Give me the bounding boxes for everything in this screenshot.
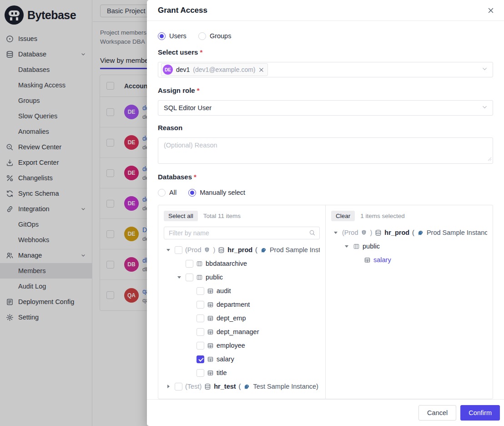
database-transfer-panel: Select all Total 11 items (Prod [158,205,493,399]
required-mark: * [194,173,197,181]
avatar: DE [163,65,173,75]
assign-role-label: Assign role* [158,86,493,96]
app-root: Bytebase Issues Database Databases Maski… [0,0,504,426]
tree-row-hr-test[interactable]: (Test) hr_test ( Test Sample Instance) [164,380,320,393]
reason-label: Reason [158,124,493,134]
table-icon [207,370,214,376]
tree-row-dept-emp[interactable]: dept_emp [164,311,320,325]
reason-field-wrap [158,137,493,166]
tree-row-audit[interactable]: audit [164,284,320,298]
caret-down-icon[interactable] [176,274,183,281]
close-icon[interactable] [486,5,496,15]
tree-row-employee[interactable]: employee [164,339,320,352]
checkbox[interactable] [175,246,182,254]
shield-icon [204,247,210,253]
select-all-button[interactable]: Select all [164,211,198,221]
checkbox-checked[interactable] [197,355,204,363]
table-icon [207,288,214,294]
reason-textarea[interactable] [158,137,493,164]
tree-row-salary[interactable]: salary [164,352,320,366]
confirm-button[interactable]: Confirm [460,405,500,421]
postgres-icon [260,247,267,254]
user-tag-email: (dev1@example.com) [193,66,255,73]
checkbox[interactable] [197,369,204,377]
tree-row-public-selected[interactable]: public [331,239,487,253]
postgres-icon [417,229,424,236]
schema-icon [353,243,360,250]
radio-manually-select[interactable]: Manually select [188,189,245,197]
chevron-down-icon [482,66,488,74]
panel-source-column: Select all Total 11 items (Prod [158,205,326,399]
grant-access-modal: Grant Access Users Groups Select users* [147,0,504,426]
table-icon [207,315,214,322]
checkbox[interactable] [197,328,204,336]
table-icon [207,301,214,308]
tree-row-dept-manager[interactable]: dept_manager [164,325,320,339]
selected-items-count: 1 items selected [360,213,405,219]
total-items-count: Total 11 items [203,213,241,219]
member-type-radios: Users Groups [158,31,493,41]
filter-field [164,227,320,239]
checkbox[interactable] [197,287,204,295]
table-icon [207,356,214,363]
tree-row-hr-prod-selected[interactable]: (Prod ) hr_prod ( Prod Sample Instance) [331,226,487,239]
checkbox[interactable] [175,383,182,390]
tree-row-bbdataarchive[interactable]: bbdataarchive [164,257,320,270]
radio-users[interactable]: Users [158,32,186,40]
checkbox[interactable] [186,274,193,281]
tree-row-title[interactable]: title [164,366,320,380]
caret-down-icon[interactable] [343,243,350,250]
postgres-icon [243,383,250,390]
radio-groups[interactable]: Groups [198,32,232,40]
caret-right-icon[interactable] [165,383,172,390]
tree-row-hr-prod[interactable]: (Prod ) hr_prod ( Prod Sample Instance) [164,243,320,257]
modal-body: Users Groups Select users* DE dev1 (dev1… [147,21,504,399]
database-icon [375,229,382,236]
required-mark: * [200,48,202,56]
assign-role-value: SQL Editor User [161,104,212,112]
tree-row-public[interactable]: public [164,270,320,284]
user-tag: DE dev1 (dev1@example.com) [161,63,268,76]
remove-tag-icon[interactable] [259,67,264,72]
checkbox[interactable] [197,314,204,322]
table-icon [207,342,214,349]
table-icon [364,257,371,264]
radio-off-icon[interactable] [198,32,206,40]
radio-on-icon[interactable] [158,32,166,40]
databases-mode-radios: All Manually select [158,188,493,198]
checkbox[interactable] [197,301,204,309]
selected-tree: (Prod ) hr_prod ( Prod Sample Instance) [331,226,487,393]
table-icon [207,329,214,335]
resize-handle-icon[interactable] [488,155,492,163]
modal-header: Grant Access [147,0,504,21]
user-tag-name: dev1 [176,66,190,73]
chevron-down-icon [482,104,488,112]
tree-row-salary-selected[interactable]: salary [331,253,487,267]
source-tree: (Prod ) hr_prod ( Prod Sample Instance) [164,243,320,393]
assign-role-select[interactable]: SQL Editor User [158,100,493,116]
panel-selected-column: Clear 1 items selected (Prod ) hr_prod ( [326,205,493,399]
database-icon [218,247,225,254]
search-icon [309,229,316,238]
schema-icon [196,274,203,281]
select-users-label: Select users* [158,48,493,58]
modal-title: Grant Access [158,6,207,15]
radio-off-icon[interactable] [158,189,166,197]
clear-button[interactable]: Clear [331,211,355,221]
schema-icon [196,260,203,267]
database-icon [204,383,211,390]
checkbox[interactable] [186,260,193,268]
databases-label: Databases* [158,173,493,183]
shield-icon [361,229,367,236]
tree-row-department[interactable]: department [164,298,320,311]
required-mark: * [197,86,200,94]
radio-all[interactable]: All [158,189,176,197]
select-users-input[interactable]: DE dev1 (dev1@example.com) [158,62,493,77]
radio-on-icon[interactable] [188,189,196,197]
cancel-button[interactable]: Cancel [418,405,456,421]
caret-down-icon[interactable] [165,246,172,254]
caret-down-icon[interactable] [332,229,339,236]
checkbox[interactable] [197,342,204,350]
filter-input[interactable] [164,227,320,239]
modal-footer: Cancel Confirm [147,399,504,426]
